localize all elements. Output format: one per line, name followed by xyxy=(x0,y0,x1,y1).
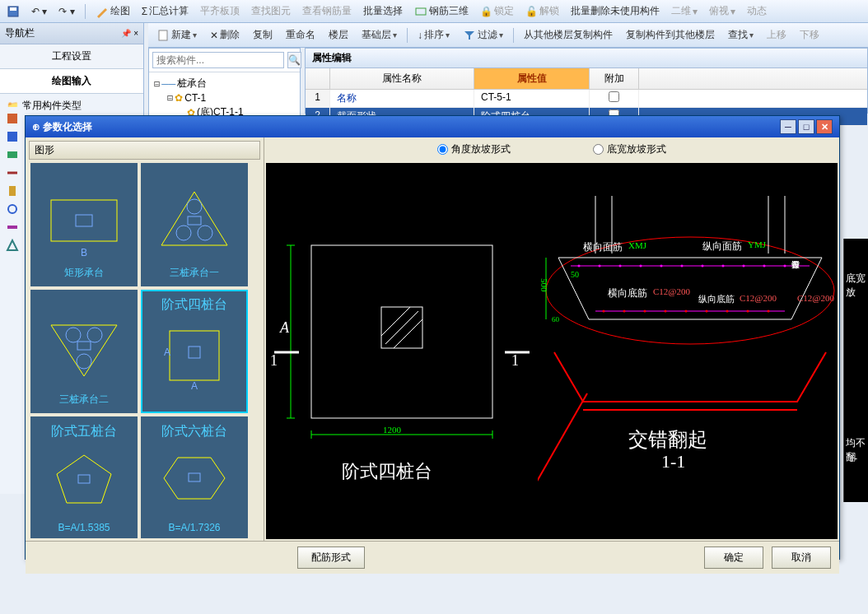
shape-rect[interactable]: B 矩形承台 xyxy=(30,163,138,286)
rebar-form-btn[interactable]: 配筋形式 xyxy=(297,547,365,569)
side-icon-7[interactable] xyxy=(4,221,21,234)
copy-from-btn[interactable]: 从其他楼层复制构件 xyxy=(519,26,618,44)
shape-panel: 图形 B 矩形承台 三桩承台一 三桩承台二 xyxy=(26,137,264,541)
svg-line-69 xyxy=(538,393,587,509)
close-btn[interactable]: ✕ xyxy=(816,119,833,134)
dynamic-btn[interactable]: 动态 xyxy=(744,2,770,20)
svg-point-66 xyxy=(768,310,770,313)
property-panel: 属性编辑 属性名称 属性值 附加 1 名称 CT-5-1 2 截面形状 阶式四桩… xyxy=(305,48,868,114)
filter-btn[interactable]: 过滤 xyxy=(458,26,508,44)
rename-btn[interactable]: 重命名 xyxy=(281,26,320,44)
shape-step5[interactable]: 阶式五桩台 B=A/1.5385 xyxy=(30,416,138,538)
find-elem-btn[interactable]: 查找图元 xyxy=(248,2,294,20)
svg-point-62 xyxy=(685,310,688,313)
side-icon-2[interactable] xyxy=(4,130,21,143)
redo-icon[interactable]: ↷ ▾ xyxy=(55,4,77,19)
prop-row-1-check[interactable] xyxy=(609,91,619,102)
search-btn[interactable]: 🔍 xyxy=(287,52,301,68)
ok-btn[interactable]: 确定 xyxy=(704,547,763,569)
dialog-icon: ⊕ xyxy=(32,121,40,133)
flatten-btn[interactable]: 平齐板顶 xyxy=(197,2,243,20)
rebar-qty-btn[interactable]: 查看钢筋量 xyxy=(299,2,355,20)
search-input[interactable] xyxy=(152,52,284,68)
svg-point-53 xyxy=(722,265,725,267)
maximize-btn[interactable]: □ xyxy=(798,119,814,134)
side-icon-3[interactable] xyxy=(4,148,21,161)
shape-tri2[interactable]: 三桩承台二 xyxy=(30,290,138,413)
batch-sel-btn[interactable]: 批量选择 xyxy=(360,2,406,20)
copy-to-btn[interactable]: 复制构件到其他楼层 xyxy=(621,26,720,44)
tree-child[interactable]: ⊟ ✿ CT-1 xyxy=(154,91,295,105)
radio-width[interactable]: 底宽放坡形式 xyxy=(593,142,666,156)
svg-point-61 xyxy=(665,310,667,313)
svg-point-47 xyxy=(599,265,601,267)
svg-rect-3 xyxy=(7,114,17,123)
side-icon-1[interactable] xyxy=(4,112,21,125)
move-down-btn[interactable]: 下移 xyxy=(795,26,824,44)
svg-point-18 xyxy=(87,328,102,342)
svg-point-13 xyxy=(176,226,191,240)
svg-point-59 xyxy=(623,310,626,313)
slope-radio-row: 角度放坡形式 底宽放坡形式 xyxy=(264,137,839,161)
drawing-btn[interactable]: 绘图 xyxy=(92,2,133,20)
right-preview-strip: 底宽放 均不翻 1- xyxy=(843,239,868,502)
new-btn[interactable]: 新建 xyxy=(152,26,202,44)
nav-drawing-input[interactable]: 绘图输入 xyxy=(0,69,143,94)
save-icon[interactable] xyxy=(3,3,23,20)
sort-btn[interactable]: ↓ 排序 xyxy=(413,26,455,44)
floor-btn[interactable]: 楼层 xyxy=(324,26,353,44)
summary-btn[interactable]: Σ 汇总计算 xyxy=(138,2,192,20)
svg-rect-5 xyxy=(7,151,17,158)
radio-angle[interactable]: 角度放坡形式 xyxy=(437,142,511,156)
nav-proj-settings[interactable]: 工程设置 xyxy=(0,44,143,69)
svg-point-49 xyxy=(640,265,642,267)
svg-point-54 xyxy=(743,265,745,267)
view-2d-btn[interactable]: 二维 ▾ xyxy=(668,2,701,20)
minimize-btn[interactable]: ─ xyxy=(780,119,796,134)
svg-line-31 xyxy=(381,307,410,336)
foundation-btn[interactable]: 基础层 xyxy=(357,26,402,44)
dialog-titlebar[interactable]: ⊕ 参数化选择 ─ □ ✕ xyxy=(26,116,839,137)
svg-rect-16 xyxy=(188,216,201,225)
side-icon-8[interactable] xyxy=(4,239,21,252)
side-icon-strip xyxy=(0,107,25,494)
move-up-btn[interactable]: 上移 xyxy=(762,26,791,44)
undo-icon[interactable]: ↶ ▾ xyxy=(28,4,50,19)
param-select-dialog: ⊕ 参数化选择 ─ □ ✕ 图形 B 矩形承台 三桩承台一 xyxy=(25,115,840,560)
shape-step6[interactable]: 阶式六桩台 B=A/1.7326 xyxy=(141,416,248,538)
copy-btn[interactable]: 复制 xyxy=(248,26,278,44)
view-persp-btn[interactable]: 俯视 ▾ xyxy=(706,2,739,20)
side-icon-4[interactable] xyxy=(4,166,21,179)
rebar-3d-btn[interactable]: 钢筋三维 xyxy=(411,2,472,20)
tree-root[interactable]: ⊟ ── 桩承台 xyxy=(154,76,295,91)
svg-rect-8 xyxy=(7,226,17,229)
svg-point-64 xyxy=(726,310,729,313)
pin-icon[interactable]: 📌 × xyxy=(121,29,138,38)
shape-tri1[interactable]: 三桩承台一 xyxy=(141,163,248,286)
find-btn[interactable]: 查找 xyxy=(723,26,758,44)
delete-btn[interactable]: ✕ 删除 xyxy=(205,26,245,44)
svg-line-30 xyxy=(394,319,422,348)
svg-rect-27 xyxy=(311,245,492,418)
svg-rect-26 xyxy=(189,473,200,481)
shape-step4[interactable]: 阶式四桩台 AA xyxy=(141,290,248,413)
unlock-btn[interactable]: 🔓 解锁 xyxy=(522,2,562,20)
svg-text:B: B xyxy=(81,247,87,258)
prop-row-1[interactable]: 1 名称 CT-5-1 xyxy=(306,90,867,108)
svg-rect-25 xyxy=(78,475,90,483)
svg-rect-10 xyxy=(51,200,117,241)
nav-title: 导航栏 xyxy=(5,26,35,40)
dialog-footer: 配筋形式 确定 取消 xyxy=(26,541,839,574)
svg-point-48 xyxy=(619,265,622,267)
svg-point-56 xyxy=(784,265,786,267)
cancel-btn[interactable]: 取消 xyxy=(772,547,831,569)
main-toolbar: ↶ ▾ ↷ ▾ 绘图 Σ 汇总计算 平齐板顶 查找图元 查看钢筋量 批量选择 钢… xyxy=(0,0,868,23)
lock-btn[interactable]: 🔒 锁定 xyxy=(477,2,517,20)
cad-preview[interactable]: A 1 1 1200 阶式四桩台 xyxy=(266,163,838,539)
batch-del-btn[interactable]: 批量删除未使用构件 xyxy=(567,2,663,20)
svg-rect-4 xyxy=(7,132,17,142)
svg-point-14 xyxy=(198,226,212,240)
svg-text:A: A xyxy=(191,380,198,392)
side-icon-5[interactable] xyxy=(4,184,21,198)
side-icon-6[interactable] xyxy=(4,202,21,216)
